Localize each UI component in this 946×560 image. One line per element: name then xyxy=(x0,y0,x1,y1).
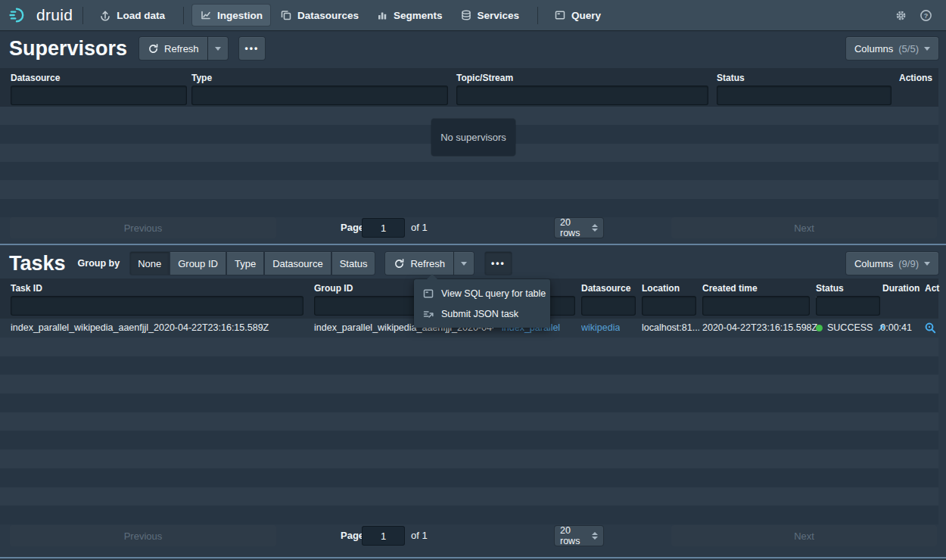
double-caret-icon xyxy=(592,224,598,232)
supervisors-table-header: Datasource Type Topic/Stream Status Acti… xyxy=(0,68,938,107)
location-filter-input[interactable] xyxy=(642,296,696,316)
group-by-status-button[interactable]: Status xyxy=(332,252,375,275)
group-by-button-group: None Group ID Type Datasource Status xyxy=(130,252,375,275)
topic-stream-filter-input[interactable] xyxy=(456,86,708,105)
gear-icon[interactable] xyxy=(895,9,907,22)
nav-item-ingestion[interactable]: Ingestion xyxy=(192,5,270,26)
rows-per-page-value: 20 rows xyxy=(560,217,592,238)
columns-label: Columns xyxy=(854,43,893,54)
page-number-input[interactable] xyxy=(362,218,405,238)
database-icon xyxy=(460,9,472,21)
nav-item-label: Segments xyxy=(394,10,443,21)
no-supervisors-message: No supervisors xyxy=(431,119,515,156)
column-header-status[interactable]: Status xyxy=(717,73,745,83)
datasource-filter-input[interactable] xyxy=(11,86,187,105)
supervisors-columns-button[interactable]: Columns (5/5) xyxy=(846,37,938,60)
type-filter-input[interactable] xyxy=(191,86,448,105)
refresh-interval-dropdown[interactable] xyxy=(208,37,228,60)
nav-item-query[interactable]: Query xyxy=(546,5,608,26)
page-number-input[interactable] xyxy=(362,526,405,546)
empty-row xyxy=(0,450,938,468)
created-time-filter-input[interactable] xyxy=(702,296,810,316)
nav-item-datasources[interactable]: Datasources xyxy=(272,5,366,26)
column-header-actions: Actions xyxy=(899,73,932,83)
tasks-columns-button[interactable]: Columns (9/9) xyxy=(846,252,938,275)
column-header-location[interactable]: Location xyxy=(642,283,680,294)
nav-item-label: Ingestion xyxy=(217,10,263,21)
nav-divider xyxy=(537,7,538,24)
refresh-icon xyxy=(394,258,405,269)
next-page-button[interactable]: Next xyxy=(671,217,937,238)
refresh-button[interactable]: Refresh xyxy=(385,252,453,275)
next-page-button[interactable]: Next xyxy=(671,525,937,546)
nav-right-group: ? xyxy=(895,9,937,22)
nav-divider xyxy=(183,7,184,24)
column-header-topic-stream[interactable]: Topic/Stream xyxy=(456,73,513,83)
tasks-more-button[interactable]: ••• xyxy=(485,252,512,275)
empty-row xyxy=(0,199,938,217)
rows-per-page-select[interactable]: 20 rows xyxy=(555,218,603,238)
brand-name: druid xyxy=(36,6,73,24)
status-filter-input[interactable] xyxy=(717,86,892,105)
created-time-cell: 2020-04-22T23:16:15.598Z xyxy=(702,319,817,338)
nav-item-segments[interactable]: Segments xyxy=(369,5,450,26)
empty-row xyxy=(0,412,938,431)
druid-console: druid Load data Ingestion xyxy=(0,0,946,560)
column-header-datasource[interactable]: Datasource xyxy=(11,73,60,83)
refresh-interval-dropdown[interactable] xyxy=(454,252,474,275)
columns-count: (5/5) xyxy=(898,43,919,54)
datasource-filter-input[interactable] xyxy=(581,296,636,316)
menu-item-submit-json[interactable]: Submit JSON task xyxy=(418,303,546,324)
empty-row xyxy=(0,468,938,487)
group-by-datasource-button[interactable]: Datasource xyxy=(265,252,330,275)
magnifier-icon xyxy=(924,322,937,334)
column-header-group-id[interactable]: Group ID xyxy=(314,283,353,294)
supervisors-more-button[interactable]: ••• xyxy=(239,37,266,60)
datasource-link[interactable]: wikipedia xyxy=(581,319,620,338)
nav-item-services[interactable]: Services xyxy=(453,5,527,26)
nav-item-label: Load data xyxy=(117,10,165,21)
column-header-duration[interactable]: Duration xyxy=(882,283,920,294)
chevron-down-icon xyxy=(924,47,930,51)
submit-icon xyxy=(422,308,434,320)
column-header-datasource[interactable]: Datasource xyxy=(581,283,630,294)
supervisors-refresh-split: Refresh xyxy=(139,37,228,60)
column-header-actions: Act xyxy=(925,283,939,294)
top-navbar: druid Load data Ingestion xyxy=(0,0,946,30)
column-header-type[interactable]: Type xyxy=(191,73,212,83)
previous-page-button[interactable]: Previous xyxy=(10,217,276,238)
rows-per-page-select[interactable]: 20 rows xyxy=(555,526,603,546)
empty-row xyxy=(0,356,938,375)
supervisors-header: Supervisors Refresh ••• Columns (5/5) xyxy=(8,36,938,61)
group-by-type-button[interactable]: Type xyxy=(227,252,263,275)
druid-logo-icon xyxy=(9,7,30,23)
task-detail-button[interactable] xyxy=(924,319,937,338)
nav-item-load-data[interactable]: Load data xyxy=(92,5,173,26)
refresh-button[interactable]: Refresh xyxy=(139,37,207,60)
columns-label: Columns xyxy=(854,258,893,269)
druid-logo[interactable]: druid xyxy=(9,6,73,24)
nav-item-label: Services xyxy=(478,10,520,21)
section-divider xyxy=(0,244,946,245)
tasks-empty-rows xyxy=(0,338,938,524)
refresh-label: Refresh xyxy=(410,258,445,269)
chevron-down-icon xyxy=(461,262,467,266)
menu-item-label: Submit JSON task xyxy=(441,309,518,319)
group-by-group-id-button[interactable]: Group ID xyxy=(170,252,226,275)
nav-divider xyxy=(82,7,83,24)
status-filter-input[interactable] xyxy=(816,296,880,316)
layers-icon xyxy=(280,9,292,21)
help-icon[interactable]: ? xyxy=(920,9,932,22)
previous-page-button[interactable]: Previous xyxy=(10,525,276,546)
column-header-created-time[interactable]: Created time xyxy=(702,283,758,294)
nav-item-label: Datasources xyxy=(297,10,359,21)
supervisors-pagination: Previous Page of 1 20 rows Next xyxy=(0,217,938,238)
column-header-task-id[interactable]: Task ID xyxy=(11,283,42,294)
task-id-filter-input[interactable] xyxy=(11,296,303,316)
menu-item-view-sql[interactable]: View SQL query for table xyxy=(418,283,546,303)
double-caret-icon xyxy=(592,532,598,540)
success-dot-icon xyxy=(816,325,823,331)
refresh-label: Refresh xyxy=(164,43,199,54)
group-by-none-button[interactable]: None xyxy=(130,252,169,275)
line-chart-icon xyxy=(200,9,212,21)
